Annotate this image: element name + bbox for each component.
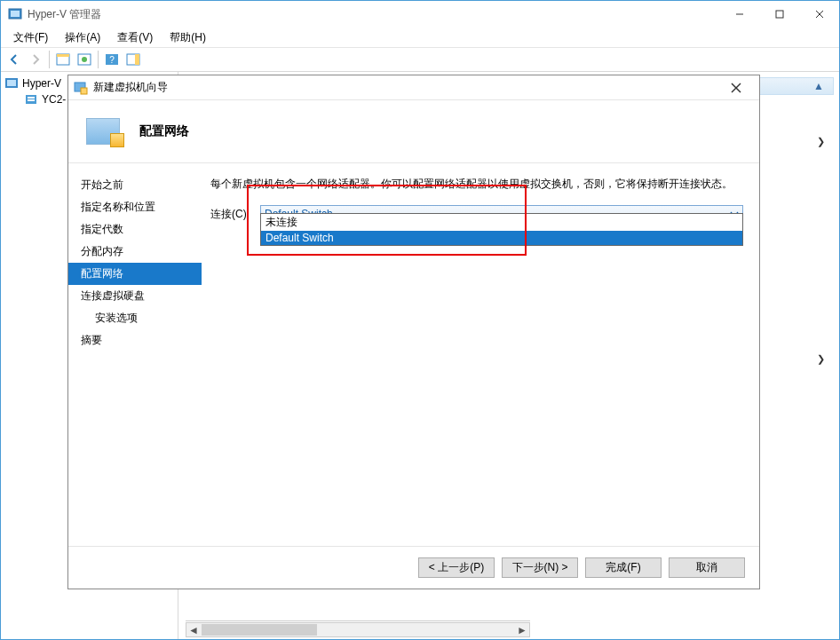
option-not-connected[interactable]: 未连接 — [261, 214, 742, 231]
nav-network[interactable]: 配置网络 — [68, 263, 202, 285]
tool-panel-icon[interactable] — [53, 50, 73, 69]
wizard-header: 配置网络 — [68, 100, 759, 162]
minimize-button[interactable] — [719, 1, 759, 28]
wizard-nav: 开始之前 指定名称和位置 指定代数 分配内存 配置网络 连接虚拟硬盘 安装选项 … — [68, 163, 202, 546]
svg-point-9 — [82, 57, 87, 62]
wizard-content: 每个新虚拟机包含一个网络适配器。你可以配置网络适配器以使用虚拟交换机，否则，它将… — [202, 163, 759, 546]
svg-text:?: ? — [109, 55, 115, 65]
app-icon — [8, 7, 22, 21]
nav-before[interactable]: 开始之前 — [68, 174, 202, 196]
tool-help-icon[interactable]: ? — [102, 50, 122, 69]
window-title: Hyper-V 管理器 — [28, 7, 719, 22]
menubar: 文件(F) 操作(A) 查看(V) 帮助(H) — [1, 28, 839, 47]
wizard-header-title: 配置网络 — [139, 123, 189, 139]
wizard-header-icon — [86, 118, 120, 145]
wizard-titlebar: 新建虚拟机向导 — [68, 75, 759, 100]
wizard-title: 新建虚拟机向导 — [93, 80, 718, 95]
menu-action[interactable]: 操作(A) — [58, 28, 107, 47]
scroll-left-icon[interactable]: ◄ — [186, 623, 201, 636]
forward-button[interactable] — [26, 50, 45, 69]
maximize-button[interactable] — [759, 1, 799, 28]
horizontal-scrollbar[interactable]: ◄ ► — [186, 622, 530, 637]
tool-panel2-icon[interactable] — [123, 50, 143, 69]
connection-label: 连接(C): — [210, 207, 260, 222]
menu-help[interactable]: 帮助(H) — [162, 28, 213, 47]
next-button[interactable]: 下一步(N) > — [502, 557, 578, 578]
nav-disk[interactable]: 连接虚拟硬盘 — [68, 285, 202, 307]
svg-rect-20 — [81, 88, 87, 94]
svg-rect-7 — [57, 54, 69, 57]
scroll-right-icon[interactable]: ► — [515, 623, 529, 636]
svg-rect-13 — [135, 54, 139, 65]
connection-dropdown: 未连接 Default Switch — [260, 213, 743, 246]
tool-refresh-icon[interactable] — [75, 50, 94, 69]
cancel-button[interactable]: 取消 — [669, 557, 745, 578]
nav-generation[interactable]: 指定代数 — [68, 218, 202, 241]
toolbar-separator — [49, 51, 50, 68]
wizard-footer: < 上一步(P) 下一步(N) > 完成(F) 取消 — [68, 546, 759, 589]
toolbar-separator — [98, 51, 99, 68]
wizard-dialog: 新建虚拟机向导 配置网络 开始之前 指定名称和位置 指定代数 分配内存 配置网络… — [67, 75, 760, 589]
svg-rect-3 — [776, 11, 783, 18]
menu-file[interactable]: 文件(F) — [6, 28, 55, 47]
nav-install[interactable]: 安装选项 — [68, 307, 202, 329]
tree-root-label: Hyper-V — [22, 77, 61, 90]
nav-memory[interactable]: 分配内存 — [68, 241, 202, 263]
back-button[interactable] — [4, 50, 24, 69]
toolbar: ? — [1, 47, 839, 72]
prev-button[interactable]: < 上一步(P) — [418, 557, 495, 578]
option-default-switch[interactable]: Default Switch — [261, 231, 742, 245]
nav-name[interactable]: 指定名称和位置 — [68, 196, 202, 218]
svg-rect-1 — [11, 11, 20, 17]
description-text: 每个新虚拟机包含一个网络适配器。你可以配置网络适配器以使用虚拟交换机，否则，它将… — [210, 176, 743, 193]
svg-rect-17 — [28, 97, 35, 99]
svg-rect-15 — [7, 80, 16, 86]
tree-node-label: YC2- — [42, 93, 66, 106]
scroll-thumb[interactable] — [202, 624, 317, 636]
hyperv-icon — [4, 76, 19, 91]
menu-view[interactable]: 查看(V) — [110, 28, 160, 47]
wizard-close-button[interactable] — [718, 75, 754, 99]
wizard-icon — [74, 81, 88, 95]
titlebar: Hyper-V 管理器 — [1, 1, 839, 28]
server-icon — [24, 92, 38, 107]
svg-rect-18 — [28, 99, 35, 101]
nav-summary[interactable]: 摘要 — [68, 329, 202, 352]
caret-up-icon: ▲ — [813, 80, 824, 92]
divider — [186, 620, 530, 621]
close-button[interactable] — [799, 1, 839, 28]
finish-button[interactable]: 完成(F) — [585, 557, 662, 578]
